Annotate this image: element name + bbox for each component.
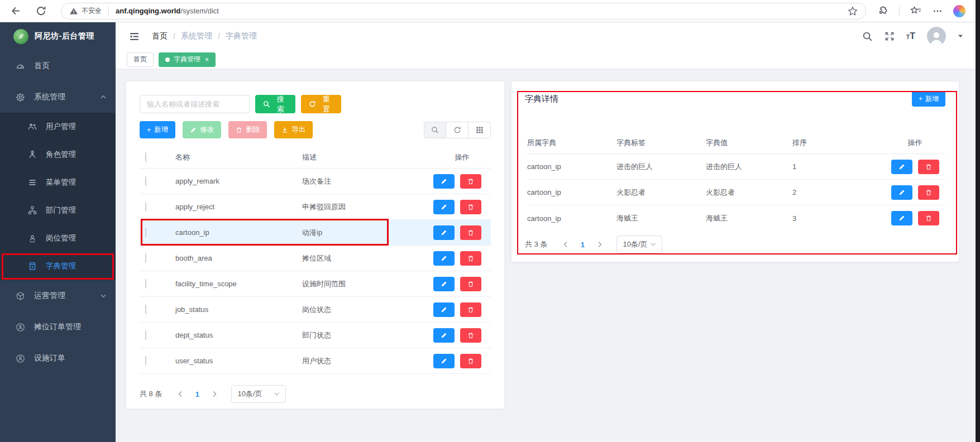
toolbar-refresh-icon[interactable] [446, 122, 469, 138]
column-header-sort: 排序 [792, 138, 885, 148]
row-edit-button[interactable] [433, 354, 455, 368]
browser-back-icon[interactable] [10, 6, 21, 17]
copilot-icon[interactable] [953, 5, 965, 17]
sidebar-item-label: 岗位管理 [46, 233, 76, 243]
current-page[interactable]: 1 [189, 390, 205, 398]
sidebar-item-dictionary[interactable]: 字典管理 [0, 252, 116, 280]
row-checkbox[interactable] [145, 228, 146, 237]
row-delete-button[interactable] [918, 185, 939, 200]
avatar-caret-icon[interactable] [958, 34, 963, 39]
row-checkbox[interactable] [145, 356, 146, 366]
current-page[interactable]: 1 [574, 241, 591, 249]
row-delete-button[interactable] [460, 277, 481, 291]
breadcrumb-home[interactable]: 首页 [152, 31, 168, 41]
bookmark-star-icon[interactable] [848, 6, 858, 16]
sidebar-item-operations[interactable]: 运营管理 [0, 280, 116, 311]
table-row[interactable]: user_status 用户状态 [140, 348, 491, 374]
tab-home[interactable]: 首页 [127, 52, 154, 67]
delete-button-disabled[interactable]: 删除 [228, 121, 267, 138]
row-delete-button[interactable] [460, 328, 481, 343]
toolbar-search-icon[interactable] [424, 122, 446, 138]
table-row[interactable]: dept_status 部门状态 [140, 323, 491, 348]
breadcrumb-dictionary[interactable]: 字典管理 [226, 31, 257, 41]
row-delete-button[interactable] [460, 225, 481, 240]
table-row[interactable]: cartoon_ip 火影忍者 火影忍者 2 [527, 180, 945, 205]
row-delete-button[interactable] [460, 251, 481, 266]
row-edit-button[interactable] [433, 225, 455, 240]
row-edit-button[interactable] [433, 328, 455, 343]
breadcrumb-system[interactable]: 系统管理 [181, 31, 212, 41]
sidebar-item-facility-orders[interactable]: 设施订单 [0, 343, 116, 374]
add-button[interactable]: + 新增 [140, 121, 175, 138]
row-delete-button[interactable] [460, 302, 481, 317]
reset-button[interactable]: 重置 [301, 95, 341, 113]
row-checkbox[interactable] [145, 279, 146, 289]
row-edit-button[interactable] [891, 211, 912, 225]
row-delete-button[interactable] [918, 211, 939, 225]
users-icon [28, 122, 37, 131]
row-edit-button[interactable] [433, 302, 455, 317]
row-edit-button[interactable] [433, 174, 455, 189]
row-edit-button[interactable] [891, 160, 912, 174]
page-size-select[interactable]: 10条/页 [616, 236, 662, 253]
prev-page-icon[interactable] [556, 241, 574, 248]
close-tab-icon[interactable]: × [205, 56, 209, 63]
row-checkbox[interactable] [145, 253, 146, 263]
table-row[interactable]: cartoon_ip 动漫ip [140, 220, 491, 246]
cell-desc: 岗位状态 [302, 305, 433, 315]
export-button[interactable]: 导出 [274, 121, 313, 138]
next-page-icon[interactable] [205, 391, 223, 397]
tab-dictionary[interactable]: 字典管理 × [159, 52, 216, 67]
favorites-hub-icon[interactable] [910, 6, 922, 17]
row-delete-button[interactable] [918, 160, 939, 174]
row-delete-button[interactable] [460, 354, 481, 368]
security-label[interactable]: 不安全 [82, 6, 102, 16]
sidebar-item-menus[interactable]: 菜单管理 [0, 169, 116, 196]
page-url[interactable]: anf.qingqing.world/system/dict [116, 7, 219, 15]
collapse-sidebar-icon[interactable] [129, 31, 140, 42]
table-row[interactable]: cartoon_ip 海贼王 海贼王 3 [527, 205, 945, 231]
trash-icon [925, 164, 932, 170]
row-delete-button[interactable] [460, 174, 481, 189]
table-row[interactable]: apply_remark 场次备注 [140, 169, 491, 194]
sidebar-item-departments[interactable]: 部门管理 [0, 196, 116, 224]
search-icon[interactable] [862, 31, 873, 42]
select-all-checkbox[interactable] [145, 152, 146, 162]
search-input[interactable] [140, 95, 250, 113]
row-checkbox[interactable] [145, 330, 146, 340]
page-size-select[interactable]: 10条/页 [231, 385, 286, 403]
sidebar-item-users[interactable]: 用户管理 [0, 113, 116, 141]
address-bar[interactable]: 不安全 anf.qingqing.world/system/dict [61, 3, 866, 20]
avatar[interactable] [927, 27, 946, 46]
sidebar-item-booth-orders[interactable]: 摊位订单管理 [0, 311, 116, 343]
browser-refresh-icon[interactable] [36, 6, 46, 16]
row-edit-button[interactable] [433, 251, 455, 266]
prev-page-icon[interactable] [171, 391, 189, 397]
pencil-icon [441, 306, 447, 313]
row-checkbox[interactable] [145, 176, 146, 186]
edit-button-disabled[interactable]: 修改 [183, 121, 221, 138]
sidebar-item-system[interactable]: 系统管理 [0, 81, 116, 113]
fullscreen-icon[interactable] [885, 31, 895, 41]
detail-add-button[interactable]: + 新增 [912, 91, 945, 107]
search-button[interactable]: 搜索 [255, 95, 295, 113]
font-size-icon[interactable]: TT [906, 32, 915, 41]
row-delete-button[interactable] [460, 200, 481, 214]
sidebar-item-home[interactable]: 首页 [0, 50, 116, 81]
table-row[interactable]: apply_reject 申摊驳回原因 [140, 194, 491, 220]
toolbar-columns-icon[interactable] [469, 122, 491, 138]
table-row[interactable]: booth_area 摊位区域 [140, 246, 491, 271]
table-row[interactable]: cartoon_ip 进击的巨人 进击的巨人 1 [527, 154, 945, 180]
row-checkbox[interactable] [145, 305, 146, 314]
row-edit-button[interactable] [891, 185, 912, 200]
browser-menu-icon[interactable] [933, 6, 943, 16]
row-edit-button[interactable] [433, 277, 455, 291]
row-edit-button[interactable] [433, 200, 455, 214]
sidebar-item-jobs[interactable]: 岗位管理 [0, 224, 116, 252]
row-checkbox[interactable] [145, 202, 146, 212]
table-row[interactable]: job_status 岗位状态 [140, 297, 491, 323]
next-page-icon[interactable] [591, 241, 609, 248]
table-row[interactable]: facility_time_scope 设施时间范围 [140, 271, 491, 297]
extensions-icon[interactable] [877, 6, 888, 17]
sidebar-item-roles[interactable]: 角色管理 [0, 141, 116, 169]
